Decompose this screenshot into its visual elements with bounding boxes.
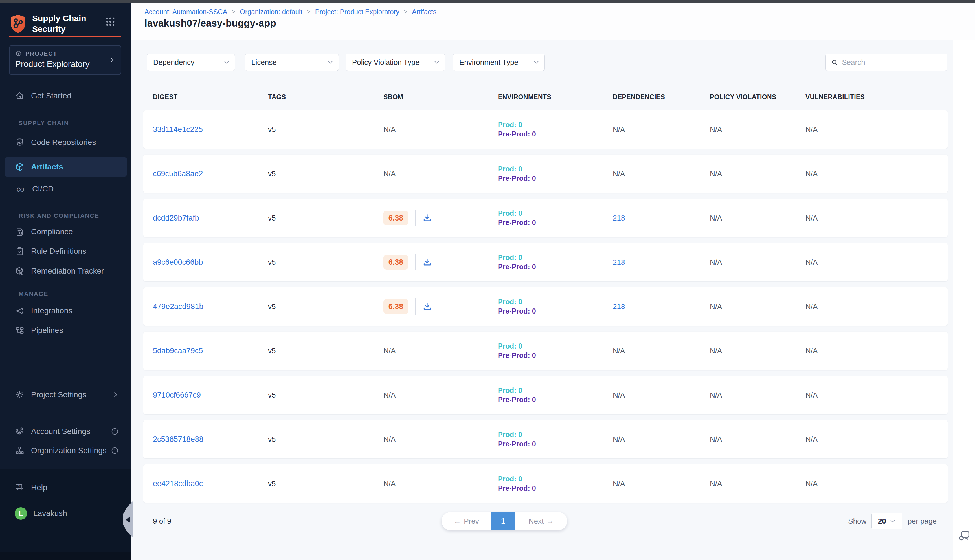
download-sbom-icon[interactable] [422, 213, 432, 223]
vulnerabilities-value: N/A [805, 479, 948, 488]
dependencies-link[interactable]: 218 [613, 302, 625, 311]
tag-value: v5 [268, 258, 383, 267]
prev-page-button[interactable]: ← Prev [441, 512, 491, 530]
digest-link[interactable]: dcdd29b7fafb [153, 214, 199, 222]
filter-dependency[interactable]: Dependency [147, 53, 235, 71]
chat-support-icon[interactable] [958, 529, 971, 542]
sidebar-item-organization-settings[interactable]: Organization Settings [0, 442, 132, 460]
breadcrumb-organization[interactable]: Organization: default [240, 8, 302, 16]
vulnerabilities-value: N/A [805, 170, 948, 178]
app-grid-icon[interactable] [105, 17, 116, 27]
sidebar-item-account-settings[interactable]: Account Settings [0, 422, 132, 440]
digest-link[interactable]: 2c5365718e88 [153, 435, 204, 443]
download-sbom-icon[interactable] [422, 257, 432, 267]
environments-cell: Prod: 0 Pre-Prod: 0 [498, 430, 613, 448]
section-risk-compliance: RISK AND COMPLIANCE [18, 212, 99, 219]
sbom-value: N/A [383, 391, 396, 400]
cube-icon [15, 162, 25, 172]
dependencies-link[interactable]: 218 [613, 258, 625, 267]
digest-link[interactable]: 479e2acd981b [153, 302, 204, 311]
policy-violations-value: N/A [710, 258, 805, 267]
env-prod: Prod: 0 [498, 430, 613, 439]
avatar: L [15, 507, 27, 520]
shield-logo-icon [9, 14, 27, 33]
table-row: dcdd29b7fafb v5 6.38 Prod: 0 Pre-Prod: 0… [143, 199, 948, 237]
sidebar-item-remediation-tracker[interactable]: Remediation Tracker [0, 262, 132, 280]
gear-icon [15, 390, 25, 400]
filter-license[interactable]: License [245, 53, 339, 71]
sidebar-item-pipelines[interactable]: Pipelines [0, 322, 132, 340]
download-sbom-icon[interactable] [422, 302, 432, 311]
env-preprod: Pre-Prod: 0 [498, 307, 613, 315]
left-arrow-icon: ← [454, 517, 461, 526]
sidebar-item-help[interactable]: ? Help [0, 478, 132, 497]
filter-environment-type[interactable]: Environment Type [453, 53, 545, 71]
user-menu[interactable]: L Lavakush [0, 505, 132, 522]
digest-link[interactable]: a9c6e00c66bb [153, 258, 203, 267]
sidebar-item-code-repositories[interactable]: Code Repositories [0, 133, 132, 152]
policy-violations-value: N/A [710, 302, 805, 311]
sbom-value: N/A [383, 125, 396, 134]
vulnerabilities-value: N/A [805, 258, 948, 267]
sidebar-item-label: Help [31, 483, 47, 492]
digest-link[interactable]: 5dab9caa79c5 [153, 347, 203, 355]
sidebar-item-integrations[interactable]: Integrations [0, 302, 132, 320]
org-gear-icon [15, 445, 25, 456]
sidebar-item-label: Account Settings [31, 427, 90, 436]
search-input[interactable] [842, 58, 942, 67]
col-digest: DIGEST [153, 93, 268, 101]
page-size-select[interactable]: 20 [871, 513, 903, 529]
cube-icon [15, 50, 22, 57]
sidebar-item-get-started[interactable]: Get Started [0, 87, 132, 105]
chevron-down-icon [433, 58, 441, 66]
sidebar-divider [9, 414, 121, 414]
divider [415, 254, 416, 270]
sidebar-item-label: Code Repositories [31, 138, 96, 147]
vulnerabilities-value: N/A [805, 347, 948, 355]
sidebar-item-label: Rule Definitions [31, 247, 86, 256]
vulnerabilities-value: N/A [805, 391, 948, 400]
environments-cell: Prod: 0 Pre-Prod: 0 [498, 209, 613, 227]
app-root: Supply Chain Security PROJECT Product Ex… [0, 0, 975, 560]
breadcrumb-account[interactable]: Account: Automation-SSCA [144, 8, 227, 16]
dependencies-link[interactable]: 218 [613, 214, 625, 222]
sidebar-item-project-settings[interactable]: Project Settings [0, 386, 132, 404]
sidebar-item-rule-definitions[interactable]: Rule Definitions [0, 242, 132, 260]
divider [415, 210, 416, 226]
table-row: a9c6e00c66bb v5 6.38 Prod: 0 Pre-Prod: 0… [143, 243, 948, 282]
table-row: 479e2acd981b v5 6.38 Prod: 0 Pre-Prod: 0… [143, 287, 948, 326]
sbom-value: N/A [383, 479, 396, 488]
breadcrumb-artifacts[interactable]: Artifacts [412, 8, 436, 16]
next-page-button[interactable]: Next → [515, 512, 568, 530]
sidebar-item-compliance[interactable]: Compliance [0, 223, 132, 241]
search-box [825, 53, 947, 71]
dependencies-value: N/A [613, 479, 710, 488]
breadcrumb-project[interactable]: Project: Product Exploratory [315, 8, 399, 16]
sidebar-item-artifacts[interactable]: Artifacts [5, 157, 127, 177]
accent-divider [9, 35, 121, 37]
filter-label: Policy Violation Type [352, 58, 419, 67]
project-selector[interactable]: PROJECT Product Exploratory [9, 45, 121, 75]
divider [415, 298, 416, 315]
digest-link[interactable]: 9710cf6667c9 [153, 391, 201, 399]
infinity-icon: ∞ [15, 184, 26, 194]
table-header-row: DIGEST TAGS SBOM ENVIRONMENTS DEPENDENCI… [143, 91, 948, 103]
env-prod: Prod: 0 [498, 342, 613, 350]
dependencies-value: N/A [613, 170, 710, 178]
env-preprod: Pre-Prod: 0 [498, 218, 613, 227]
page-number-button[interactable]: 1 [491, 512, 515, 530]
section-supply-chain: SUPPLY CHAIN [18, 120, 69, 126]
info-icon [110, 447, 119, 455]
environments-cell: Prod: 0 Pre-Prod: 0 [498, 253, 613, 271]
section-manage: MANAGE [18, 290, 48, 297]
svg-text:?: ? [18, 485, 20, 489]
table-row: 2c5365718e88 v5 N/A Prod: 0 Pre-Prod: 0 … [143, 420, 948, 458]
sbom-score-badge: 6.38 [383, 255, 408, 270]
sidebar-item-cicd[interactable]: ∞ CI/CD [0, 180, 132, 198]
digest-link[interactable]: c69c5b6a8ae2 [153, 170, 203, 178]
col-dependencies: DEPENDENCIES [613, 93, 710, 101]
filter-policy-violation-type[interactable]: Policy Violation Type [346, 53, 445, 71]
digest-link[interactable]: ee4218cdba0c [153, 479, 203, 488]
digest-link[interactable]: 33d114e1c225 [153, 125, 203, 134]
sidebar-item-label: Integrations [31, 306, 72, 315]
